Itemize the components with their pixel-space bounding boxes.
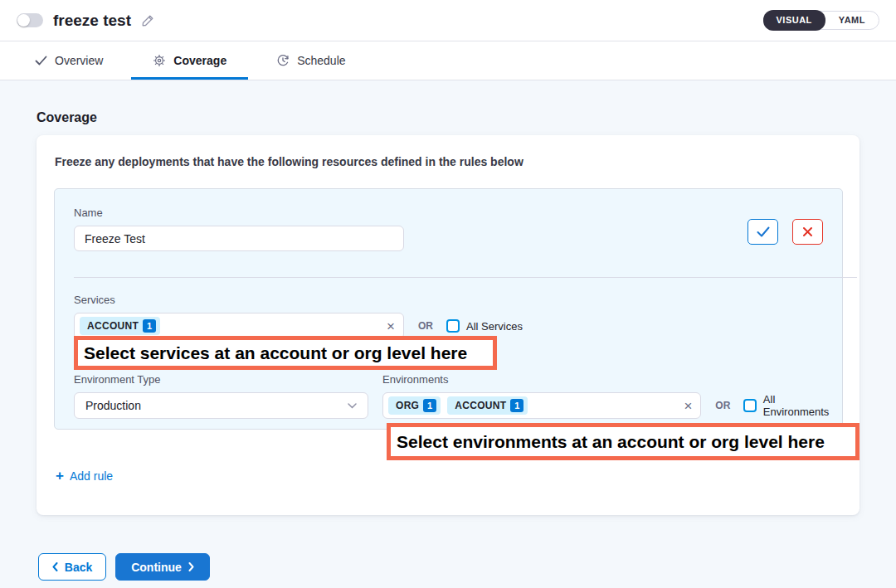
add-rule-label: Add rule (70, 469, 113, 483)
services-label: Services (74, 294, 823, 306)
tab-coverage-label: Coverage (173, 54, 226, 67)
chevron-left-icon (52, 562, 58, 571)
app-header: freeze test VISUAL YAML (0, 0, 896, 41)
environments-or-label: OR (715, 400, 730, 411)
coverage-description: Freeze any deployments that have the fol… (55, 155, 843, 168)
tag-label: ORG (396, 400, 419, 411)
tag-label: ACCOUNT (87, 320, 139, 332)
environments-multiselect[interactable]: ORG 1 ACCOUNT 1 × (382, 392, 701, 419)
gear-icon (153, 54, 166, 67)
all-services-label: All Services (466, 320, 523, 333)
environment-row: Environment Type Production Environments… (74, 373, 823, 419)
environment-type-column: Environment Type Production (74, 373, 368, 419)
all-environments-label: All Environments (763, 393, 841, 418)
environments-clear-icon[interactable]: × (684, 399, 692, 413)
tag-label: ACCOUNT (455, 400, 506, 411)
tag-count-badge: 1 (143, 319, 156, 333)
back-label: Back (65, 561, 92, 574)
tab-bar: Overview Coverage Schedule (0, 41, 896, 80)
all-services-option[interactable]: All Services (446, 319, 523, 333)
environments-tag-account[interactable]: ACCOUNT 1 (447, 396, 528, 415)
services-annotation: Select services at an account or org lev… (74, 336, 497, 370)
environment-type-label: Environment Type (74, 373, 368, 386)
coverage-card: Freeze any deployments that have the fol… (37, 135, 859, 515)
tab-overview[interactable]: Overview (25, 41, 113, 80)
continue-label: Continue (131, 561, 182, 574)
yaml-toggle-button[interactable]: YAML (825, 11, 879, 30)
tag-count-badge: 1 (510, 399, 523, 412)
toggle-knob (17, 14, 30, 27)
services-or-label: OR (418, 320, 433, 332)
name-label: Name (74, 207, 404, 219)
chevron-right-icon (188, 562, 194, 571)
visual-toggle-button[interactable]: VISUAL (763, 10, 825, 31)
freeze-enable-toggle[interactable] (17, 13, 43, 27)
tab-overview-label: Overview (55, 54, 103, 67)
continue-button[interactable]: Continue (115, 553, 210, 581)
chevron-down-icon (348, 403, 357, 409)
schedule-clock-icon (276, 54, 290, 67)
environments-column: Environments ORG 1 ACCOUNT 1 (382, 373, 840, 419)
all-services-checkbox[interactable] (446, 319, 460, 333)
tab-schedule[interactable]: Schedule (266, 41, 355, 80)
environments-tag-org[interactable]: ORG 1 (388, 396, 441, 415)
all-environments-checkbox[interactable] (743, 399, 757, 412)
footer-actions: Back Continue (38, 553, 859, 581)
check-icon (35, 56, 47, 66)
tab-schedule-label: Schedule (297, 54, 345, 67)
environment-type-select[interactable]: Production (74, 392, 368, 419)
tab-coverage[interactable]: Coverage (143, 41, 236, 80)
rule-name-input[interactable] (74, 226, 404, 251)
rule-name-row: Name (74, 207, 823, 251)
add-rule-button[interactable]: + Add rule (56, 469, 113, 483)
environments-label: Environments (382, 373, 840, 386)
services-tag-account[interactable]: ACCOUNT 1 (80, 317, 160, 335)
coverage-page: Coverage Freeze any deployments that hav… (0, 80, 896, 581)
services-clear-icon[interactable]: × (387, 319, 395, 333)
environment-type-value: Production (85, 399, 141, 412)
all-environments-option[interactable]: All Environments (743, 393, 840, 418)
back-button[interactable]: Back (38, 553, 106, 581)
confirm-rule-button[interactable] (747, 219, 778, 245)
page-heading: Coverage (37, 110, 859, 125)
environments-annotation: Select environments at an account or org… (387, 423, 859, 460)
plus-icon: + (56, 469, 64, 483)
edit-pencil-icon[interactable] (141, 14, 154, 27)
page-title: freeze test (53, 12, 131, 30)
rule-divider (74, 277, 857, 278)
rule-confirm-actions (747, 219, 823, 245)
tag-count-badge: 1 (423, 399, 436, 412)
freeze-rule-card: Name Services (54, 188, 843, 430)
visual-yaml-toggle: VISUAL YAML (763, 11, 880, 30)
delete-rule-button[interactable] (792, 219, 823, 245)
services-block: Services ACCOUNT 1 × OR All Services (74, 294, 823, 339)
